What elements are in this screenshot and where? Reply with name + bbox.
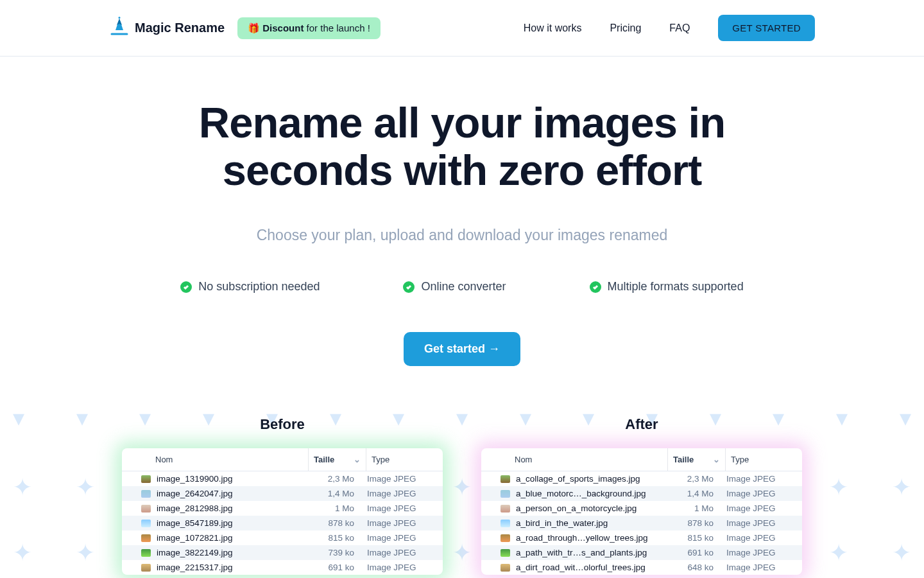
table-row[interactable]: image_2642047.jpg1,4 MoImage JPEG [122, 486, 443, 501]
file-size: 815 ko [670, 533, 720, 543]
table-row[interactable]: a_path_with_tr…s_and_plants.jpg691 koIma… [481, 545, 802, 560]
file-type: Image JPEG [720, 504, 797, 513]
col-taille[interactable]: Taille⌄ [667, 448, 725, 471]
file-type: Image JPEG [361, 489, 438, 498]
col-type[interactable]: Type [366, 448, 443, 471]
file-size: 815 ko [311, 533, 361, 543]
col-taille[interactable]: Taille⌄ [308, 448, 366, 471]
col-type[interactable]: Type [725, 448, 802, 471]
file-size: 648 ko [670, 563, 720, 572]
file-type: Image JPEG [720, 533, 797, 543]
after-file-panel: Nom Taille⌄ Type a_collage_of_sports_ima… [481, 448, 802, 575]
check-icon [180, 281, 192, 293]
file-type: Image JPEG [720, 548, 797, 557]
chevron-down-icon: ⌄ [713, 455, 720, 464]
file-size: 1,4 Mo [311, 489, 361, 498]
feature-label: Multiple formats supported [608, 280, 744, 293]
file-thumb-icon [141, 490, 151, 498]
file-thumb-icon [141, 564, 151, 572]
file-name: image_1319900.jpg [153, 474, 311, 484]
table-row[interactable]: image_1319900.jpg2,3 MoImage JPEG [122, 471, 443, 486]
file-size: 691 ko [311, 563, 361, 572]
file-thumb-icon [501, 520, 510, 527]
feature-no-subscription: No subscription needed [180, 280, 320, 293]
file-thumb-icon [501, 564, 510, 572]
hero-subtitle: Choose your plan, upload and download yo… [0, 227, 924, 244]
discount-rest: for the launch ! [304, 22, 370, 33]
get-started-header-button[interactable]: GET STARTED [718, 15, 815, 41]
col-nom[interactable]: Nom [122, 448, 308, 471]
file-type: Image JPEG [720, 474, 797, 484]
file-name: image_8547189.jpg [153, 518, 311, 528]
file-thumb-icon [501, 505, 510, 512]
file-thumb-icon [141, 549, 151, 557]
table-row[interactable]: image_2215317.jpg691 koImage JPEG [122, 560, 443, 575]
nav-faq[interactable]: FAQ [669, 22, 690, 34]
file-thumb-icon [141, 505, 151, 512]
get-started-main-button[interactable]: Get started → [404, 332, 520, 366]
col-nom[interactable]: Nom [481, 448, 667, 471]
file-size: 1 Mo [311, 504, 361, 513]
feature-label: Online converter [421, 280, 506, 293]
file-name: a_bird_in_the_water.jpg [512, 518, 670, 528]
table-row[interactable]: image_8547189.jpg878 koImage JPEG [122, 516, 443, 530]
brand[interactable]: Magic Rename [109, 16, 225, 40]
file-size: 878 ko [311, 518, 361, 528]
feature-online-converter: Online converter [403, 280, 506, 293]
file-thumb-icon [501, 475, 510, 483]
file-type: Image JPEG [720, 563, 797, 572]
file-type: Image JPEG [361, 533, 438, 543]
cta-main-label: Get started → [424, 342, 500, 356]
file-size: 2,3 Mo [311, 474, 361, 484]
file-type: Image JPEG [361, 563, 438, 572]
table-row[interactable]: a_dirt_road_wit…olorful_trees.jpg648 koI… [481, 560, 802, 575]
col-taille-label: Taille [314, 455, 334, 464]
table-row[interactable]: image_3822149.jpg739 koImage JPEG [122, 545, 443, 560]
discount-emoji: 🎁 [248, 22, 262, 33]
file-name: a_road_through…yellow_trees.jpg [512, 533, 670, 543]
file-table-header: Nom Taille⌄ Type [122, 448, 443, 471]
svg-point-0 [119, 17, 121, 19]
file-type: Image JPEG [361, 504, 438, 513]
site-header: Magic Rename 🎁 Discount for the launch !… [0, 0, 924, 57]
file-name: a_path_with_tr…s_and_plants.jpg [512, 548, 670, 557]
table-row[interactable]: a_bird_in_the_water.jpg878 koImage JPEG [481, 516, 802, 530]
col-taille-label: Taille [673, 455, 694, 464]
file-name: a_collage_of_sports_images.jpg [512, 474, 670, 484]
brand-logo-icon [109, 16, 130, 40]
file-thumb-icon [141, 475, 151, 483]
file-name: image_2812988.jpg [153, 504, 311, 513]
file-type: Image JPEG [361, 474, 438, 484]
file-name: image_1072821.jpg [153, 533, 311, 543]
file-size: 2,3 Mo [670, 474, 720, 484]
nav-how-it-works[interactable]: How it works [524, 22, 582, 34]
hero-title: Rename all your images in seconds with z… [148, 99, 776, 193]
discount-bold: Discount [262, 22, 304, 33]
before-after-section: ▾▾▾▾▾▾▾▾▾▾▾▾▾▾▾ ✦✦✦✦✦✦✦✦✦✦✦✦✦✦✦ ✦✦✦✦✦✦✦✦… [0, 416, 924, 578]
file-size: 691 ko [670, 548, 720, 557]
after-column: After Nom Taille⌄ Type a_collage_of_spor… [481, 416, 802, 575]
file-name: image_2642047.jpg [153, 489, 311, 498]
hero: Rename all your images in seconds with z… [0, 57, 924, 366]
check-icon [403, 281, 415, 293]
feature-multiple-formats: Multiple formats supported [590, 280, 744, 293]
file-thumb-icon [141, 520, 151, 527]
top-nav: How it works Pricing FAQ GET STARTED [524, 15, 815, 41]
file-thumb-icon [501, 490, 510, 498]
nav-pricing[interactable]: Pricing [610, 22, 641, 34]
table-row[interactable]: a_road_through…yellow_trees.jpg815 koIma… [481, 530, 802, 545]
file-name: image_2215317.jpg [153, 563, 311, 572]
after-label: After [481, 416, 802, 433]
file-size: 1,4 Mo [670, 489, 720, 498]
file-type: Image JPEG [361, 518, 438, 528]
discount-banner[interactable]: 🎁 Discount for the launch ! [237, 17, 381, 39]
table-row[interactable]: a_blue_motorc…_background.jpg1,4 MoImage… [481, 486, 802, 501]
file-size: 739 ko [311, 548, 361, 557]
table-row[interactable]: image_2812988.jpg1 MoImage JPEG [122, 501, 443, 516]
file-thumb-icon [141, 534, 151, 542]
table-row[interactable]: a_person_on_a_motorcycle.jpg1 MoImage JP… [481, 501, 802, 516]
before-file-panel: Nom Taille⌄ Type image_1319900.jpg2,3 Mo… [122, 448, 443, 575]
file-name: a_person_on_a_motorcycle.jpg [512, 504, 670, 513]
table-row[interactable]: a_collage_of_sports_images.jpg2,3 MoImag… [481, 471, 802, 486]
table-row[interactable]: image_1072821.jpg815 koImage JPEG [122, 530, 443, 545]
